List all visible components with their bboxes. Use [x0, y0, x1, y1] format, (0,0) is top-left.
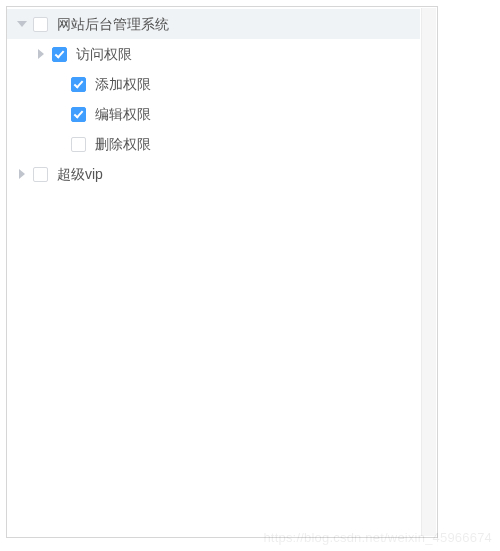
tree-node-label: 访问权限 [76, 39, 132, 69]
expand-toggle-icon[interactable] [30, 49, 52, 59]
tree-node-add-perm[interactable]: 添加权限 [7, 69, 420, 99]
expand-toggle-icon[interactable] [11, 169, 33, 179]
indent [7, 84, 49, 85]
checkbox[interactable] [71, 137, 86, 152]
checkbox[interactable] [71, 77, 86, 92]
indent [7, 144, 49, 145]
vertical-scrollbar[interactable] [421, 8, 436, 536]
tree-node-edit-perm[interactable]: 编辑权限 [7, 99, 420, 129]
tree-node-label: 网站后台管理系统 [57, 9, 169, 39]
expand-toggle-placeholder [49, 79, 71, 89]
tree-node-label: 删除权限 [95, 129, 151, 159]
tree-node-root-backend[interactable]: 网站后台管理系统 [7, 9, 420, 39]
indent [7, 54, 30, 55]
tree-node-access-perm[interactable]: 访问权限 [7, 39, 420, 69]
expand-toggle-placeholder [49, 109, 71, 119]
checkbox[interactable] [52, 47, 67, 62]
checkbox[interactable] [33, 167, 48, 182]
tree-node-label: 添加权限 [95, 69, 151, 99]
expand-toggle-icon[interactable] [11, 19, 33, 29]
tree-node-super-vip[interactable]: 超级vip [7, 159, 420, 189]
indent [7, 114, 49, 115]
tree-node-delete-perm[interactable]: 删除权限 [7, 129, 420, 159]
tree-panel: 网站后台管理系统 访问权限 [6, 6, 438, 538]
checkbox[interactable] [71, 107, 86, 122]
permission-tree: 网站后台管理系统 访问权限 [7, 9, 437, 189]
tree-node-label: 超级vip [57, 159, 103, 189]
checkbox[interactable] [33, 17, 48, 32]
tree-node-label: 编辑权限 [95, 99, 151, 129]
expand-toggle-placeholder [49, 139, 71, 149]
